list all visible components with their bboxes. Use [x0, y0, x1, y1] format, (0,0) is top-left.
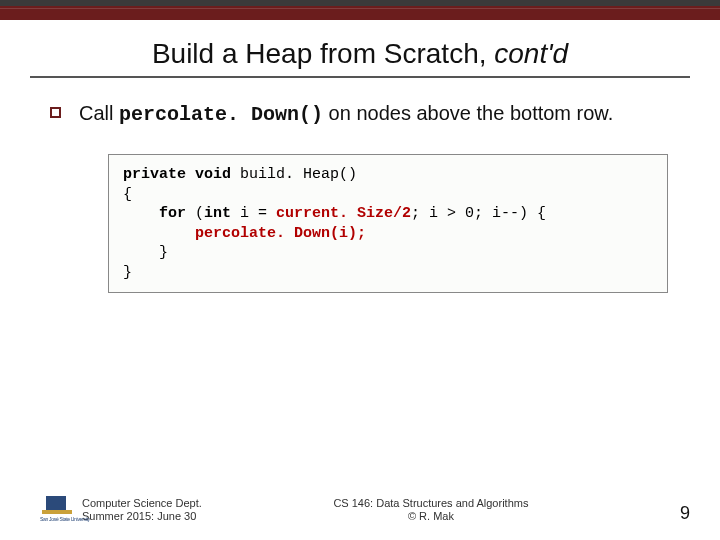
- bullet-mono: percolate. Down(): [119, 103, 323, 126]
- footer-dept: Computer Science Dept. Summer 2015: June…: [82, 497, 202, 525]
- code-l3d: i =: [231, 205, 276, 222]
- footer-center: CS 146: Data Structures and Algorithms ©…: [202, 497, 660, 525]
- footer-course-line1: CS 146: Data Structures and Algorithms: [202, 497, 660, 511]
- footer-dept-line2: Summer 2015: June 30: [82, 510, 202, 524]
- code-l3f: ; i > 0; i--) {: [411, 205, 546, 222]
- title-italic: cont'd: [494, 38, 568, 69]
- code-l6: }: [123, 264, 132, 281]
- code-kw3: int: [204, 205, 231, 222]
- code-kw2: for: [123, 205, 186, 222]
- slide-body: Call percolate. Down() on nodes above th…: [0, 78, 720, 293]
- footer-dept-line1: Computer Science Dept.: [82, 497, 202, 511]
- slide-title: Build a Heap from Scratch, cont'd: [0, 38, 720, 70]
- footer-course-line2: © R. Mak: [202, 510, 660, 524]
- bullet-icon: [50, 107, 61, 118]
- code-l2: {: [123, 186, 132, 203]
- title-text: Build a Heap from Scratch,: [152, 38, 494, 69]
- code-hl2: percolate. Down(i);: [195, 225, 366, 242]
- code-l5: }: [123, 244, 168, 261]
- slide-footer: San José State University Computer Scien…: [0, 494, 720, 524]
- code-l4a: [123, 225, 195, 242]
- bullet-post: on nodes above the bottom row.: [323, 102, 613, 124]
- code-l3b: (: [186, 205, 204, 222]
- footer-left: San José State University Computer Scien…: [42, 494, 202, 524]
- code-l1b: build. Heap(): [231, 166, 357, 183]
- code-hl1: current. Size/2: [276, 205, 411, 222]
- page-number: 9: [660, 503, 690, 524]
- title-area: Build a Heap from Scratch, cont'd: [0, 38, 720, 78]
- sjsu-logo: San José State University: [42, 494, 72, 524]
- bullet-text: Call percolate. Down() on nodes above th…: [79, 100, 613, 128]
- bullet-pre: Call: [79, 102, 119, 124]
- top-maroon-bar: [0, 6, 720, 20]
- code-kw1: private void: [123, 166, 231, 183]
- bullet-item: Call percolate. Down() on nodes above th…: [50, 100, 670, 128]
- logo-text: San José State University: [40, 516, 90, 522]
- code-block: private void build. Heap() { for (int i …: [108, 154, 668, 293]
